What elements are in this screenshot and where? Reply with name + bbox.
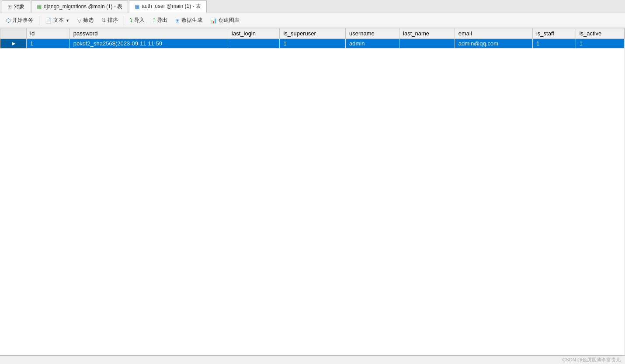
transaction-icon: ⬡ bbox=[6, 17, 10, 24]
table-icon-green: ▦ bbox=[37, 3, 42, 10]
tab-auth-user[interactable]: ▦ auth_user @main (1) - 表 bbox=[129, 0, 207, 13]
sort-icon: ⇅ bbox=[101, 17, 106, 24]
export-label: 导出 bbox=[157, 17, 167, 24]
cell-password[interactable]: pbkdf2_sha256$(2023-09-11 11:59 bbox=[69, 39, 228, 49]
col-header-is-superuser[interactable]: is_superuser bbox=[280, 28, 346, 39]
filter-button[interactable]: ▽ 筛选 bbox=[74, 15, 97, 26]
col-header-is-staff[interactable]: is_staff bbox=[532, 28, 576, 39]
cell-username[interactable]: admin bbox=[345, 39, 399, 49]
tab-objects-label: 对象 bbox=[14, 3, 24, 10]
col-header-username[interactable]: username bbox=[345, 28, 399, 39]
begin-transaction-label: 开始事务 bbox=[12, 17, 33, 24]
col-header-last-name[interactable]: last_name bbox=[399, 28, 455, 39]
toolbar: ⬡ 开始事务 📄 文本 ▼ ▽ 筛选 ⇅ 排序 ⤵ 导入 ⤴ 导出 ⊞ 数据生成… bbox=[0, 13, 625, 28]
col-header-password[interactable]: password bbox=[69, 28, 228, 39]
table-row[interactable]: ▶ 1 pbkdf2_sha256$(2023-09-11 11:59 1 ad… bbox=[0, 39, 625, 49]
tab-django-migrations-label: django_migrations @main (1) - 表 bbox=[44, 3, 122, 10]
generate-data-label: 数据生成 bbox=[181, 17, 202, 24]
create-chart-button[interactable]: 📊 创建图表 bbox=[207, 15, 243, 26]
begin-transaction-button[interactable]: ⬡ 开始事务 bbox=[3, 15, 37, 26]
col-header-email[interactable]: email bbox=[455, 28, 532, 39]
cell-is-superuser[interactable]: 1 bbox=[280, 39, 346, 49]
col-header-id[interactable]: id bbox=[27, 28, 70, 39]
import-button[interactable]: ⤵ 导入 bbox=[126, 15, 148, 26]
separator-2 bbox=[124, 16, 124, 25]
status-bar: CSDN @色厉胆薄李富贵儿 bbox=[0, 355, 625, 364]
export-icon: ⤴ bbox=[153, 17, 155, 24]
cell-is-staff[interactable]: 1 bbox=[532, 39, 576, 49]
import-label: 导入 bbox=[134, 17, 145, 24]
cell-id[interactable]: 1 bbox=[27, 39, 70, 49]
data-table: id password last_login is_superuser user… bbox=[0, 28, 625, 49]
col-header-last-login[interactable]: last_login bbox=[228, 28, 280, 39]
filter-label: 筛选 bbox=[83, 17, 94, 24]
separator-1 bbox=[39, 16, 39, 25]
tab-auth-user-label: auth_user @main (1) - 表 bbox=[142, 3, 201, 10]
table-icon-blue: ▦ bbox=[135, 3, 139, 10]
filter-icon: ▽ bbox=[77, 17, 81, 24]
cell-last-login[interactable] bbox=[228, 39, 280, 49]
row-indicator-header bbox=[0, 28, 27, 39]
sort-button[interactable]: ⇅ 排序 bbox=[98, 15, 122, 26]
text-label: 文本 bbox=[53, 17, 64, 24]
table-header-row: id password last_login is_superuser user… bbox=[0, 28, 625, 39]
tab-bar: ⊞ 对象 ▦ django_migrations @main (1) - 表 ▦… bbox=[0, 0, 625, 13]
generate-data-button[interactable]: ⊞ 数据生成 bbox=[172, 15, 206, 26]
create-chart-label: 创建图表 bbox=[219, 17, 240, 24]
watermark: CSDN @色厉胆薄李富贵儿 bbox=[562, 357, 621, 363]
cell-last-name[interactable] bbox=[399, 39, 455, 49]
chart-icon: 📊 bbox=[210, 17, 217, 24]
dropdown-arrow-icon: ▼ bbox=[66, 18, 69, 23]
sort-label: 排序 bbox=[108, 17, 118, 24]
text-button[interactable]: 📄 文本 ▼ bbox=[42, 15, 73, 26]
cell-email[interactable]: admin@qq.com bbox=[455, 39, 532, 49]
tab-objects[interactable]: ⊞ 对象 bbox=[2, 0, 30, 13]
object-icon: ⊞ bbox=[7, 3, 12, 10]
generate-icon: ⊞ bbox=[175, 17, 180, 24]
col-header-is-active[interactable]: is_active bbox=[576, 28, 624, 39]
cell-is-active[interactable]: 1 bbox=[576, 39, 624, 49]
row-indicator: ▶ bbox=[0, 39, 27, 49]
table-container: id password last_login is_superuser user… bbox=[0, 28, 625, 355]
import-icon: ⤵ bbox=[130, 17, 132, 24]
tab-django-migrations[interactable]: ▦ django_migrations @main (1) - 表 bbox=[31, 0, 128, 13]
text-icon: 📄 bbox=[45, 17, 52, 24]
export-button[interactable]: ⤴ 导出 bbox=[149, 15, 171, 26]
